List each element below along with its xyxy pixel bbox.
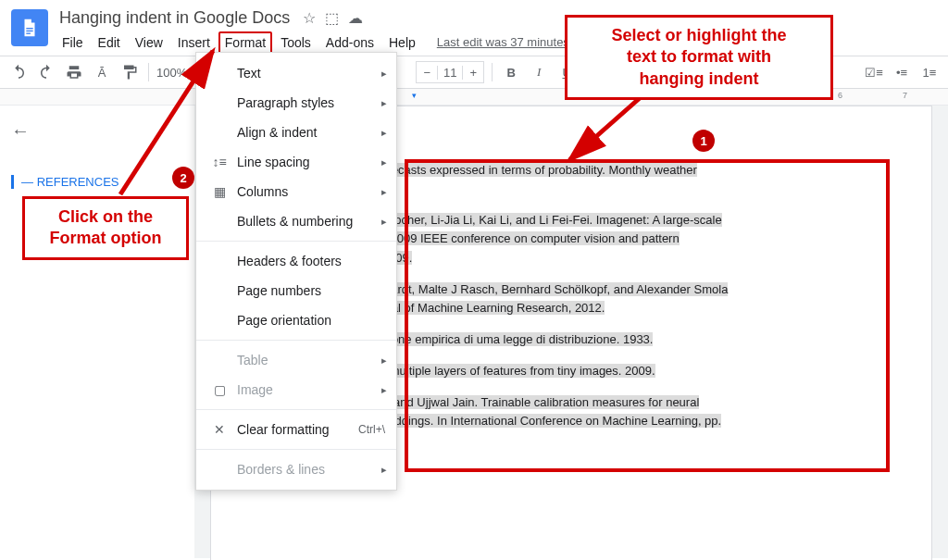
- bold-button[interactable]: B: [500, 61, 522, 83]
- format-menu-headers-footers[interactable]: Headers & footers: [196, 246, 396, 276]
- menu-separator: [196, 449, 396, 450]
- menu-item-label: Clear formatting: [237, 422, 330, 437]
- format-menu-image: ▢Image: [196, 375, 396, 404]
- print-icon[interactable]: [63, 61, 85, 83]
- image-icon: ▢: [209, 382, 230, 397]
- menu-format[interactable]: Format: [218, 31, 272, 54]
- menu-item-label: Columns: [237, 184, 288, 199]
- ruler-mark-7: 7: [903, 91, 907, 100]
- docs-logo[interactable]: [11, 9, 48, 46]
- bulleted-list-icon[interactable]: •≡: [891, 61, 913, 83]
- callout-select-text: Select or highlight thetext to format wi…: [565, 15, 833, 100]
- font-size-increase[interactable]: +: [463, 66, 483, 80]
- menu-edit[interactable]: Edit: [92, 31, 127, 54]
- menu-insert[interactable]: Insert: [171, 31, 217, 54]
- format-menu-page-numbers[interactable]: Page numbers: [196, 276, 396, 305]
- menu-item-label: Line spacing: [237, 155, 310, 169]
- zoom-select[interactable]: 100%▼: [156, 66, 200, 80]
- paint-format-icon[interactable]: [118, 61, 141, 83]
- svg-rect-1: [26, 31, 32, 31]
- shortcut-label: Ctrl+\: [358, 423, 385, 436]
- ruler-indent-marker[interactable]: ▾: [412, 91, 417, 100]
- format-menu-text[interactable]: Text: [196, 58, 396, 88]
- redo-icon[interactable]: [35, 61, 57, 83]
- format-menu-clear-formatting[interactable]: ✕Clear formattingCtrl+\: [196, 415, 396, 444]
- menu-file[interactable]: File: [56, 31, 90, 54]
- format-menu-bullets-numbering[interactable]: Bullets & numbering: [196, 206, 396, 236]
- menu-item-label: Headers & footers: [237, 254, 342, 268]
- italic-button[interactable]: I: [528, 61, 550, 83]
- columns-icon: ▦: [209, 184, 230, 199]
- menu-tools[interactable]: Tools: [274, 31, 318, 54]
- menu-item-label: Table: [237, 353, 268, 367]
- menu-item-label: Page numbers: [237, 283, 321, 298]
- menu-separator: [196, 409, 396, 410]
- star-icon[interactable]: ☆: [303, 9, 316, 27]
- menu-addons[interactable]: Add-ons: [319, 31, 380, 54]
- ruler-mark-6: 6: [838, 91, 842, 100]
- format-menu-columns[interactable]: ▦Columns: [196, 177, 396, 206]
- svg-rect-2: [26, 33, 31, 34]
- outline-back-icon[interactable]: ←: [11, 120, 183, 142]
- outline-item-references[interactable]: — REFERENCES: [11, 175, 183, 189]
- font-size-value[interactable]: 11: [437, 66, 463, 80]
- numbered-list-icon[interactable]: 1≡: [918, 61, 941, 83]
- format-menu-borders-lines: Borders & lines: [196, 454, 396, 484]
- font-size-decrease[interactable]: −: [417, 66, 437, 80]
- move-icon[interactable]: ⬚: [325, 9, 339, 27]
- badge-1: 1: [692, 130, 715, 152]
- clear-formatting-icon: ✕: [209, 422, 230, 437]
- callout-click-format: Click on theFormat option: [22, 196, 189, 260]
- outline-pane: ← — REFERENCES: [0, 106, 194, 558]
- last-edit-link[interactable]: Last edit was 37 minutes ag: [437, 31, 586, 54]
- menu-item-label: Align & indent: [237, 125, 317, 140]
- spellcheck-icon[interactable]: Ā: [91, 61, 113, 83]
- menu-separator: [196, 340, 396, 341]
- menu-item-label: Image: [237, 382, 273, 397]
- badge-2: 2: [172, 167, 194, 189]
- svg-rect-0: [26, 28, 32, 29]
- format-menu-align-indent[interactable]: Align & indent: [196, 118, 396, 147]
- format-menu-table: Table: [196, 345, 396, 375]
- checklist-icon[interactable]: ☑≡: [863, 61, 885, 83]
- format-dropdown: TextParagraph stylesAlign & indent↕≡Line…: [195, 52, 397, 491]
- cloud-icon[interactable]: ☁: [348, 9, 363, 27]
- menu-item-label: Paragraph styles: [237, 95, 334, 110]
- line-spacing-icon: ↕≡: [209, 155, 230, 169]
- menu-item-label: Text: [237, 66, 261, 81]
- format-menu-line-spacing[interactable]: ↕≡Line spacing: [196, 147, 396, 177]
- doc-title[interactable]: Hanging indent in Google Docs: [56, 7, 293, 29]
- menu-item-label: Bullets & numbering: [237, 214, 353, 229]
- menu-help[interactable]: Help: [382, 31, 422, 54]
- menu-item-label: Page orientation: [237, 313, 331, 328]
- font-size-control[interactable]: − 11 +: [416, 61, 484, 83]
- menu-separator: [196, 241, 396, 242]
- menu-view[interactable]: View: [129, 31, 169, 54]
- undo-icon[interactable]: [7, 61, 30, 83]
- menu-item-label: Borders & lines: [237, 462, 325, 477]
- format-menu-page-orientation[interactable]: Page orientation: [196, 305, 396, 335]
- format-menu-paragraph-styles[interactable]: Paragraph styles: [196, 88, 396, 118]
